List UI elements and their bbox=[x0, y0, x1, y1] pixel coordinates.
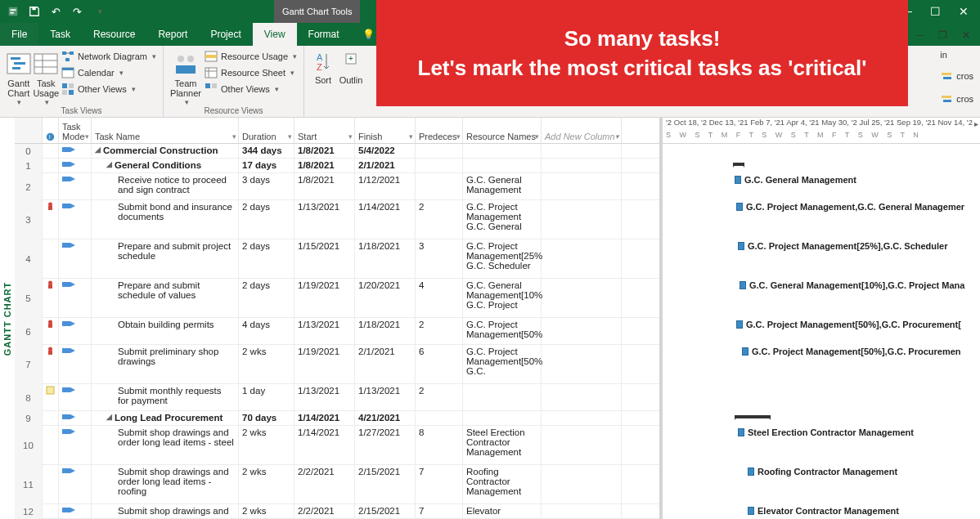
resource-cell[interactable]: Steel Erection Contractor Management bbox=[463, 426, 542, 464]
undo-icon[interactable]: ↶ bbox=[49, 5, 62, 18]
gantt-bar[interactable]: Roofing Contractor Management bbox=[748, 467, 897, 476]
task-name-cell[interactable]: Prepare and submit project schedule bbox=[92, 239, 239, 278]
start-cell[interactable]: 1/15/2021 bbox=[294, 239, 355, 278]
task-mode-cell[interactable] bbox=[59, 384, 92, 410]
row-number[interactable]: 3 bbox=[15, 200, 43, 239]
row-number[interactable]: 12 bbox=[15, 504, 43, 519]
table-row[interactable]: 11Submit shop drawings and order long le… bbox=[15, 465, 659, 504]
finish-cell[interactable]: 1/20/2021 bbox=[355, 279, 416, 317]
task-name-cell[interactable]: Prepare and submit schedule of values bbox=[92, 279, 239, 317]
sub-restore-icon[interactable]: ❐ bbox=[938, 29, 947, 41]
resource-cell[interactable]: G.C. Project Management[50% G.C. bbox=[463, 345, 542, 383]
predecessor-cell[interactable]: 2 bbox=[416, 200, 463, 239]
start-cell[interactable]: 1/8/2021 bbox=[294, 173, 355, 199]
task-name-cell[interactable]: Submit shop drawings and order long lead… bbox=[92, 465, 239, 503]
predecessor-cell[interactable]: 7 bbox=[416, 465, 463, 503]
duration-cell[interactable]: 3 days bbox=[239, 173, 294, 199]
duration-cell[interactable]: 2 days bbox=[239, 239, 294, 278]
duration-cell[interactable]: 4 days bbox=[239, 318, 294, 344]
duration-cell[interactable]: 17 days bbox=[239, 159, 294, 172]
task-name-cell[interactable]: ◢General Conditions bbox=[92, 159, 239, 172]
empty-cell[interactable] bbox=[542, 173, 622, 199]
task-name-cell[interactable]: Submit shop drawings and bbox=[92, 504, 239, 518]
sub-close-icon[interactable]: ✕ bbox=[962, 29, 970, 41]
predecessor-cell[interactable] bbox=[416, 173, 463, 199]
predecessor-cell[interactable]: 8 bbox=[416, 426, 463, 464]
table-row[interactable]: 4Prepare and submit project schedule2 da… bbox=[15, 239, 659, 279]
table-row[interactable]: 8Submit monthly requests for payment1 da… bbox=[15, 384, 659, 411]
start-cell[interactable]: 2/2/2021 bbox=[294, 504, 355, 518]
start-cell[interactable]: 1/19/2021 bbox=[294, 279, 355, 317]
table-row[interactable]: 3Submit bond and insurance documents2 da… bbox=[15, 200, 659, 239]
team-planner-button[interactable]: Team Planner▾ bbox=[169, 47, 203, 105]
row-number[interactable]: 8 bbox=[15, 384, 43, 411]
predecessor-cell[interactable]: 6 bbox=[416, 345, 463, 383]
start-cell[interactable]: 1/8/2021 bbox=[294, 144, 355, 158]
header-start[interactable]: Start▾ bbox=[294, 118, 355, 143]
resource-usage-button[interactable]: Resource Usage▾ bbox=[203, 49, 299, 64]
task-mode-cell[interactable] bbox=[59, 279, 92, 317]
close-icon[interactable]: ✕ bbox=[959, 5, 969, 18]
task-mode-cell[interactable] bbox=[59, 504, 92, 518]
sub-minimize-icon[interactable]: ─ bbox=[916, 29, 924, 41]
empty-cell[interactable] bbox=[542, 465, 622, 503]
finish-cell[interactable]: 1/18/2021 bbox=[355, 318, 416, 344]
gantt-bar[interactable]: Elevator Contractor Management bbox=[748, 506, 899, 516]
duration-cell[interactable]: 2 wks bbox=[239, 465, 294, 503]
duration-cell[interactable]: 2 wks bbox=[239, 504, 294, 518]
sort-button[interactable]: AZ Sort bbox=[309, 47, 337, 105]
resource-sheet-button[interactable]: Resource Sheet▾ bbox=[203, 65, 299, 80]
empty-cell[interactable] bbox=[542, 384, 622, 410]
finish-cell[interactable]: 1/14/2021 bbox=[355, 200, 416, 239]
resource-cell[interactable]: Roofing Contractor Management bbox=[463, 465, 542, 503]
resource-cell[interactable] bbox=[463, 144, 542, 158]
gantt-bar[interactable]: Steel Erection Contractor Management bbox=[738, 427, 914, 437]
gantt-bar[interactable]: G.C. General Management[10%],G.C. Projec… bbox=[739, 280, 964, 290]
start-cell[interactable]: 1/8/2021 bbox=[294, 159, 355, 172]
duration-cell[interactable]: 1 day bbox=[239, 384, 294, 410]
finish-cell[interactable]: 5/4/2022 bbox=[355, 144, 416, 158]
network-diagram-button[interactable]: Network Diagram▾ bbox=[60, 49, 158, 64]
empty-cell[interactable] bbox=[542, 504, 622, 518]
task-mode-cell[interactable] bbox=[59, 318, 92, 344]
predecessor-cell[interactable]: 7 bbox=[416, 504, 463, 518]
gantt-bar[interactable]: G.C. Project Management,G.C. General Man… bbox=[736, 202, 964, 212]
duration-cell[interactable]: 344 days bbox=[239, 144, 294, 158]
finish-cell[interactable]: 1/12/2021 bbox=[355, 173, 416, 199]
task-name-cell[interactable]: ◢Long Lead Procurement bbox=[92, 411, 239, 425]
table-row[interactable]: 7Submit preliminary shop drawings2 wks1/… bbox=[15, 345, 659, 384]
predecessor-cell[interactable]: 2 bbox=[416, 318, 463, 344]
other-views-button[interactable]: Other Views▾ bbox=[60, 82, 158, 96]
header-rownum[interactable] bbox=[15, 118, 43, 143]
start-cell[interactable]: 1/14/2021 bbox=[294, 426, 355, 464]
menu-file[interactable]: File bbox=[0, 23, 38, 46]
table-row[interactable]: 6Obtain building permits4 days1/13/20211… bbox=[15, 318, 659, 345]
predecessor-cell[interactable]: 3 bbox=[416, 239, 463, 278]
start-cell[interactable]: 1/13/2021 bbox=[294, 384, 355, 410]
outline-button[interactable]: + Outlin bbox=[337, 47, 365, 105]
ribbon-in-button[interactable]: in bbox=[938, 49, 975, 60]
predecessor-cell[interactable]: 2 bbox=[416, 384, 463, 410]
task-usage-button[interactable]: Task Usage▾ bbox=[33, 47, 61, 105]
task-name-cell[interactable]: Obtain building permits bbox=[92, 318, 239, 344]
task-mode-cell[interactable] bbox=[59, 144, 92, 158]
task-name-cell[interactable]: Receive notice to proceed and sign contr… bbox=[92, 173, 239, 199]
empty-cell[interactable] bbox=[542, 159, 622, 172]
task-name-cell[interactable]: Submit monthly requests for payment bbox=[92, 384, 239, 410]
finish-cell[interactable]: 2/15/2021 bbox=[355, 465, 416, 503]
task-mode-cell[interactable] bbox=[59, 411, 92, 425]
duration-cell[interactable]: 2 days bbox=[239, 200, 294, 239]
start-cell[interactable]: 1/13/2021 bbox=[294, 318, 355, 344]
task-mode-cell[interactable] bbox=[59, 239, 92, 278]
predecessor-cell[interactable] bbox=[416, 159, 463, 172]
maximize-icon[interactable]: ☐ bbox=[930, 5, 941, 18]
resource-cell[interactable]: G.C. Project Management G.C. General bbox=[463, 200, 542, 239]
header-finish[interactable]: Finish▾ bbox=[355, 118, 416, 143]
header-predecessors[interactable]: Predeces▾ bbox=[416, 118, 463, 143]
redo-icon[interactable]: ↷ bbox=[70, 5, 83, 18]
resource-cell[interactable]: G.C. Project Management[25% G.C. Schedul… bbox=[463, 239, 542, 278]
task-mode-cell[interactable] bbox=[59, 200, 92, 239]
row-number[interactable]: 9 bbox=[15, 411, 43, 426]
start-cell[interactable]: 2/2/2021 bbox=[294, 465, 355, 503]
menu-view[interactable]: View bbox=[253, 23, 297, 46]
